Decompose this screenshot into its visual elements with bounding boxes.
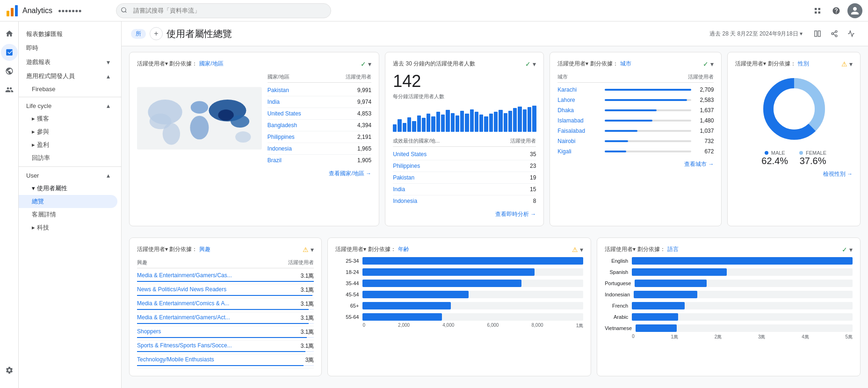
- filter-badge[interactable]: 所: [131, 29, 146, 39]
- language-dropdown-icon[interactable]: ▾: [849, 246, 853, 253]
- card-country-body: 國家/地區 活躍使用者 Pakistan9,991India9,974Unite…: [137, 72, 371, 178]
- page-title: 使用者屬性總覽: [166, 28, 232, 40]
- date-range-selector[interactable]: 過去 28 天 8月22至 2024年9月18日 ▾: [709, 30, 803, 38]
- add-filter-button[interactable]: +: [150, 27, 163, 40]
- sidebar-divider-1: [19, 97, 121, 97]
- card-interest-title: 活躍使用者▾ 劃分依據： 興趣 ⚠ ▾: [137, 245, 314, 253]
- layout: 報表數據匯報 即時 遊戲報表 ▾ 應用程式開發人員 ▴ Firebase Lif…: [0, 0, 868, 388]
- country-dropdown-icon[interactable]: ▾: [368, 60, 371, 68]
- age-bar-row: 65+: [335, 302, 583, 309]
- city-table-row: Nairobi 732: [557, 136, 714, 146]
- compare-icon[interactable]: [810, 26, 825, 41]
- realtime-view-link[interactable]: 查看即時分析 →: [393, 210, 536, 218]
- sidebar-item-firebase[interactable]: Firebase: [19, 83, 117, 95]
- sidebar-item-user-attr[interactable]: ▾ 使用者屬性: [19, 182, 117, 195]
- card-language-title: 活躍使用者▾ 劃分依據： 語言 ✓ ▾: [605, 245, 853, 253]
- search-bar[interactable]: [116, 3, 331, 18]
- sidebar-item-report-hub[interactable]: 報表數據匯報: [19, 27, 117, 41]
- sidebar-item-lifecycle[interactable]: Life cycle ▴: [19, 99, 117, 112]
- header-actions: [810, 26, 859, 41]
- sidebar-item-return-rate[interactable]: 回訪率: [19, 151, 117, 165]
- realtime-table-row: Philippines23: [393, 160, 536, 172]
- mini-bar-chart: [393, 104, 536, 132]
- search-input[interactable]: [116, 3, 331, 18]
- rail-explore-icon[interactable]: [1, 63, 18, 79]
- main-content: 所 + 使用者屬性總覽 過去 28 天 8月22至 2024年9月18日 ▾: [122, 22, 868, 388]
- mini-bar: [436, 112, 440, 132]
- sidebar: 報表數據匯報 即時 遊戲報表 ▾ 應用程式開發人員 ▴ Firebase Lif…: [19, 22, 122, 388]
- city-view-link[interactable]: 查看城市 →: [557, 160, 714, 168]
- svg-point-21: [235, 131, 251, 143]
- lifecycle-expand-icon: ▴: [107, 102, 110, 109]
- mini-bar: [403, 123, 406, 132]
- realtime-table-row: Pakistan19: [393, 172, 536, 184]
- sidebar-item-tech[interactable]: ▸ 科技: [19, 221, 117, 234]
- gender-dropdown-icon[interactable]: ▾: [849, 60, 853, 68]
- sidebar-item-overview[interactable]: 總覽: [19, 195, 117, 208]
- mini-bar: [484, 116, 488, 132]
- game-report-expand-icon: ▾: [107, 58, 110, 66]
- interest-table-row: News & Politics/Avid News Readers 3.1萬: [137, 284, 314, 298]
- rail-audiences-icon[interactable]: [1, 81, 18, 98]
- mini-bar: [518, 107, 521, 132]
- age-bar-chart: 25-34 18-24 35-44 45-54 65+ 55-64: [335, 257, 583, 321]
- mini-bar: [422, 118, 426, 132]
- rail-settings-icon[interactable]: [1, 362, 18, 384]
- search-icon: [121, 7, 127, 14]
- card-city: 活躍使用者▾ 劃分依據： 城市 ✓ ▾ 城市 活躍使用者 Karachi 2,7…: [550, 52, 722, 226]
- language-bar-chart: English Spanish Portuguese Indonesian Fr…: [605, 257, 853, 332]
- language-bar-row: Portuguese: [605, 280, 853, 287]
- sidebar-item-audience-detail[interactable]: 客層詳情: [19, 208, 117, 221]
- sidebar-item-acquire[interactable]: ▸ 獲客: [19, 112, 117, 125]
- interest-table-row: Technology/Mobile Enthusiasts 3萬: [137, 354, 314, 368]
- page-header: 所 + 使用者屬性總覽 過去 28 天 8月22至 2024年9月18日 ▾: [122, 22, 868, 46]
- rail-home-icon[interactable]: [1, 25, 18, 42]
- sidebar-divider-2: [19, 166, 121, 167]
- language-bar-row: French: [605, 302, 853, 309]
- rail-reports-icon[interactable]: [1, 44, 18, 61]
- country-table-row: Philippines2,191: [268, 131, 371, 143]
- country-table-row: Brazil1,905: [268, 155, 371, 166]
- city-table-body: Karachi 2,709Lahore 2,583Dhaka 1,637Isla…: [557, 85, 714, 157]
- help-icon[interactable]: [829, 3, 844, 18]
- mini-bar: [504, 113, 507, 132]
- account-label: ●●●●●●●: [58, 7, 82, 14]
- city-dropdown-icon[interactable]: ▾: [710, 60, 714, 68]
- country-view-link[interactable]: 查看國家/地區 →: [268, 170, 371, 178]
- sidebar-item-app-developer[interactable]: 應用程式開發人員 ▴: [19, 69, 117, 83]
- sidebar-item-user[interactable]: User ▴: [19, 169, 117, 182]
- sidebar-item-game-report[interactable]: 遊戲報表 ▾: [19, 55, 117, 69]
- avatar[interactable]: [847, 3, 862, 18]
- svg-point-25: [774, 88, 815, 129]
- mini-bar: [460, 111, 464, 132]
- country-table-row: India9,974: [268, 96, 371, 108]
- sidebar-item-engage[interactable]: ▸ 參與: [19, 125, 117, 138]
- realtime-verified-icon: ✓: [525, 60, 531, 68]
- interest-dropdown-icon[interactable]: ▾: [311, 246, 314, 253]
- city-table-row: Faisalabad 1,037: [557, 126, 714, 136]
- language-bar-row: Indonesian: [605, 291, 853, 298]
- realtime-number: 142: [393, 72, 536, 91]
- gender-legend: MALE 62.4% FEMALE 37.6%: [735, 150, 853, 166]
- city-table-row: Islamabad 1,480: [557, 115, 714, 126]
- sidebar-item-profit[interactable]: ▸ 盈利: [19, 138, 117, 151]
- card-interest: 活躍使用者▾ 劃分依據： 興趣 ⚠ ▾ 興趣 活躍使用者 Media & Ent…: [129, 237, 322, 376]
- age-bar-row: 55-64: [335, 313, 583, 321]
- svg-point-15: [163, 123, 180, 145]
- language-bar-row: Spanish: [605, 268, 853, 276]
- apps-icon[interactable]: [810, 3, 825, 18]
- mini-bar: [513, 108, 517, 132]
- share-icon[interactable]: [827, 26, 842, 41]
- mini-bar: [398, 119, 401, 132]
- svg-line-11: [833, 32, 836, 33]
- cards-row-2: 活躍使用者▾ 劃分依據： 興趣 ⚠ ▾ 興趣 活躍使用者 Media & Ent…: [122, 232, 868, 382]
- gender-view-link[interactable]: 檢視性別 →: [735, 170, 853, 178]
- realtime-dropdown-icon[interactable]: ▾: [533, 60, 536, 68]
- app-developer-expand-icon: ▴: [107, 72, 110, 80]
- mini-bar: [475, 112, 478, 132]
- sidebar-item-realtime[interactable]: 即時: [19, 41, 117, 55]
- more-options-icon[interactable]: [844, 26, 859, 41]
- age-dropdown-icon[interactable]: ▾: [580, 246, 583, 253]
- language-x-axis: 01萬2萬3萬4萬5萬: [605, 334, 853, 340]
- country-table-row: Pakistan9,991: [268, 85, 371, 96]
